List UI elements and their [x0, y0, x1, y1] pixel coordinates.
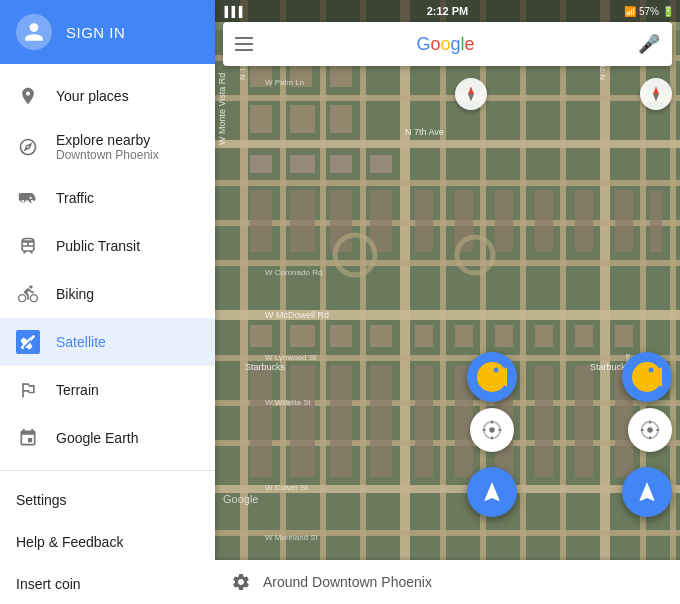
svg-rect-49	[330, 325, 352, 347]
help-feedback-label: Help & Feedback	[16, 534, 123, 550]
location-button-left[interactable]	[470, 408, 514, 452]
pacman-fab-right[interactable]	[622, 352, 672, 402]
svg-text:W Willetta St: W Willetta St	[265, 398, 312, 407]
svg-rect-34	[330, 155, 352, 173]
traffic-icon	[16, 186, 40, 210]
svg-rect-30	[330, 65, 352, 87]
pacman-left-icon	[477, 362, 507, 392]
svg-rect-35	[370, 155, 392, 173]
svg-rect-44	[575, 190, 593, 252]
sidebar-item-settings[interactable]: Settings	[0, 479, 215, 521]
svg-rect-55	[575, 325, 593, 347]
svg-text:W Moreland St: W Moreland St	[265, 533, 319, 542]
sidebar-item-help-feedback[interactable]: Help & Feedback	[0, 521, 215, 563]
north-indicator-left	[455, 78, 487, 110]
bottom-bar: Around Downtown Phoenix	[215, 560, 680, 604]
svg-rect-45	[615, 190, 633, 252]
wifi-icon: 📶	[624, 6, 636, 17]
svg-rect-43	[535, 190, 553, 252]
svg-rect-61	[330, 365, 352, 477]
svg-rect-53	[495, 325, 513, 347]
sidebar-label-biking: Biking	[56, 286, 94, 302]
svg-point-91	[647, 427, 653, 433]
pacman-right-icon	[632, 362, 662, 392]
svg-rect-47	[250, 325, 272, 347]
menu-button[interactable]	[235, 37, 253, 51]
status-icons: 📶 57% 🔋	[624, 6, 674, 17]
svg-text:W Lynwood St: W Lynwood St	[265, 353, 317, 362]
svg-text:W Culver St: W Culver St	[265, 483, 308, 492]
north-arrow-right-icon	[647, 85, 665, 103]
sidebar-item-explore-nearby[interactable]: Explore nearbyDowntown Phoenix	[0, 120, 215, 174]
sidebar-item-google-earth[interactable]: Google Earth	[0, 414, 215, 462]
signin-label: SIGN IN	[66, 24, 125, 41]
svg-rect-6	[400, 0, 410, 570]
pacman-fab-left[interactable]	[467, 352, 517, 402]
svg-rect-5	[360, 0, 366, 570]
svg-rect-62	[370, 365, 392, 477]
svg-rect-54	[535, 325, 553, 347]
sidebar-label-google-earth: Google Earth	[56, 430, 139, 446]
sidebar-nav: Your places Explore nearbyDowntown Phoen…	[0, 64, 215, 604]
insert-coin-label: Insert coin	[16, 576, 81, 592]
google-logo: Google	[265, 34, 626, 55]
svg-rect-19	[215, 260, 680, 266]
avatar	[16, 14, 52, 50]
gear-icon-bottom	[231, 572, 251, 592]
sidebar-label-public-transit: Public Transit	[56, 238, 140, 254]
bike-icon	[16, 282, 40, 306]
svg-rect-7	[440, 0, 446, 570]
svg-rect-66	[535, 365, 553, 477]
svg-point-86	[489, 427, 495, 433]
direction-fab-left[interactable]	[467, 467, 517, 517]
svg-rect-9	[520, 0, 526, 570]
status-bar: ▐▐▐ 2:12 PM 📶 57% 🔋	[215, 0, 680, 22]
navigation-icon-left	[480, 480, 504, 504]
svg-rect-36	[250, 190, 272, 252]
svg-rect-52	[455, 325, 473, 347]
svg-rect-63	[415, 365, 433, 477]
svg-rect-67	[575, 365, 593, 477]
mic-icon[interactable]: 🎤	[638, 33, 660, 55]
sidebar: SIGN IN Your places Explore nearbyDownto…	[0, 0, 215, 604]
svg-text:W Monte Vista Rd: W Monte Vista Rd	[217, 73, 227, 145]
sidebar-item-your-places[interactable]: Your places	[0, 72, 215, 120]
gps-icon-right	[639, 419, 661, 441]
direction-fab-right[interactable]	[622, 467, 672, 517]
sidebar-item-public-transit[interactable]: Public Transit	[0, 222, 215, 270]
signin-header[interactable]: SIGN IN	[0, 0, 215, 64]
location-button-right[interactable]	[628, 408, 672, 452]
battery-text: 57%	[639, 6, 659, 17]
svg-rect-33	[290, 155, 315, 173]
terrain-icon	[16, 378, 40, 402]
svg-rect-10	[560, 0, 566, 570]
sidebar-item-biking[interactable]: Biking	[0, 270, 215, 318]
search-bar: Google 🎤	[223, 22, 672, 66]
transit-icon	[16, 234, 40, 258]
sidebar-item-traffic[interactable]: Traffic	[0, 174, 215, 222]
svg-rect-60	[290, 365, 315, 477]
explore-icon	[16, 135, 40, 159]
sidebar-label-terrain: Terrain	[56, 382, 99, 398]
svg-point-85	[649, 368, 654, 373]
map-satellite-bg: N 7th Ave W Monte Vista Rd W Palm Ln W C…	[215, 0, 680, 604]
svg-rect-48	[290, 325, 315, 347]
divider-1	[0, 470, 215, 471]
sidebar-item-terrain[interactable]: Terrain	[0, 366, 215, 414]
svg-rect-40	[415, 190, 433, 252]
signal-icon: ▐▐▐	[221, 6, 242, 17]
svg-rect-59	[250, 365, 272, 477]
person-icon	[23, 21, 45, 43]
compass-container	[455, 78, 487, 110]
svg-text:W McDowell Rd: W McDowell Rd	[265, 310, 329, 320]
compass-container-right	[640, 78, 672, 110]
svg-rect-23	[215, 440, 680, 446]
settings-label: Settings	[16, 492, 67, 508]
gps-icon-left	[481, 419, 503, 441]
sidebar-item-insert-coin[interactable]: Insert coin	[0, 563, 215, 604]
svg-rect-50	[370, 325, 392, 347]
sidebar-item-satellite[interactable]: Satellite	[0, 318, 215, 366]
map-area[interactable]: N 7th Ave W Monte Vista Rd W Palm Ln W C…	[215, 0, 680, 604]
sidebar-label-explore-nearby: Explore nearbyDowntown Phoenix	[56, 132, 159, 162]
north-arrow-icon	[462, 85, 480, 103]
